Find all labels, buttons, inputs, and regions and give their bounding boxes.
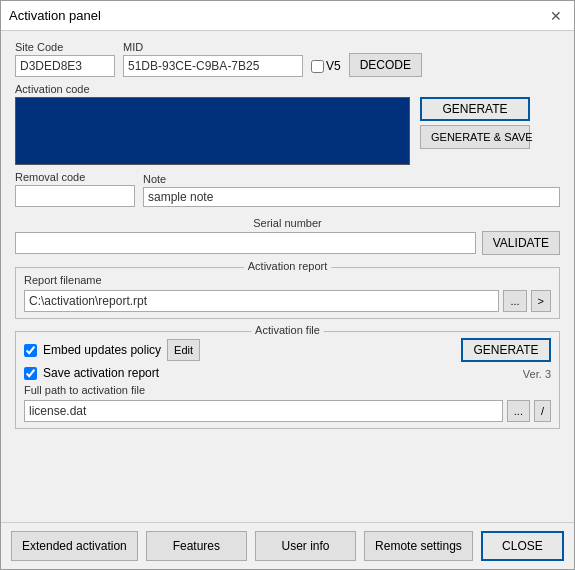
activation-report-title: Activation report	[244, 260, 331, 272]
validate-button[interactable]: VALIDATE	[482, 231, 560, 255]
window-title: Activation panel	[9, 8, 101, 23]
serial-number-section: Serial number VALIDATE	[15, 217, 560, 255]
generate-save-button[interactable]: GENERATE & SAVE	[420, 125, 530, 149]
site-code-label: Site Code	[15, 41, 115, 53]
activation-file-generate-button[interactable]: GENERATE	[461, 338, 551, 362]
removal-code-label: Removal code	[15, 171, 135, 183]
site-code-group: Site Code	[15, 41, 115, 77]
decode-button[interactable]: DECODE	[349, 53, 422, 77]
main-content: Site Code MID V5 DECODE Activation code …	[1, 31, 574, 522]
report-filename-input[interactable]	[24, 290, 499, 312]
remote-settings-button[interactable]: Remote settings	[364, 531, 473, 561]
generate-buttons-group: GENERATE GENERATE & SAVE	[420, 97, 530, 165]
footer-bar: Extended activation Features User info R…	[1, 522, 574, 569]
mid-input[interactable]	[123, 55, 303, 77]
full-path-label: Full path to activation file	[24, 384, 551, 396]
activation-panel-window: Activation panel ✕ Site Code MID V5 DECO…	[0, 0, 575, 570]
activation-report-section: Activation report Report filename ... >	[15, 267, 560, 319]
serial-number-input[interactable]	[15, 232, 476, 254]
v5-label: V5	[326, 59, 341, 73]
activation-code-row: GENERATE GENERATE & SAVE	[15, 97, 560, 165]
note-group: Note	[143, 173, 560, 207]
user-info-button[interactable]: User info	[255, 531, 356, 561]
close-button[interactable]: CLOSE	[481, 531, 564, 561]
generate-button[interactable]: GENERATE	[420, 97, 530, 121]
window-close-button[interactable]: ✕	[546, 9, 566, 23]
embed-updates-label: Embed updates policy	[43, 343, 161, 357]
activation-code-section: Activation code GENERATE GENERATE & SAVE	[15, 83, 560, 165]
note-label: Note	[143, 173, 560, 185]
extended-activation-button[interactable]: Extended activation	[11, 531, 138, 561]
activation-report-inner: Report filename ... >	[24, 274, 551, 312]
path-ellipsis-button[interactable]: ...	[507, 400, 530, 422]
removal-code-input[interactable]	[15, 185, 135, 207]
features-button[interactable]: Features	[146, 531, 247, 561]
embed-row: Embed updates policy Edit GENERATE	[24, 338, 551, 362]
edit-button[interactable]: Edit	[167, 339, 200, 361]
report-filename-row: ... >	[24, 290, 551, 312]
v5-checkbox[interactable]	[311, 60, 324, 73]
site-mid-row: Site Code MID V5 DECODE	[15, 41, 560, 77]
ver-label: Ver. 3	[523, 368, 551, 380]
save-report-row: Save activation report Ver. 3	[24, 366, 551, 380]
activation-code-label: Activation code	[15, 83, 560, 95]
site-code-input[interactable]	[15, 55, 115, 77]
mid-group: MID	[123, 41, 303, 77]
v5-checkbox-group: V5	[311, 55, 341, 77]
report-gt-button[interactable]: >	[531, 290, 551, 312]
title-bar: Activation panel ✕	[1, 1, 574, 31]
serial-number-row: VALIDATE	[15, 231, 560, 255]
full-path-row: ... /	[24, 400, 551, 422]
embed-checkbox-group: Embed updates policy Edit	[24, 339, 200, 361]
mid-label: MID	[123, 41, 303, 53]
activation-file-section: Activation file Embed updates policy Edi…	[15, 331, 560, 429]
save-activation-report-label: Save activation report	[43, 366, 159, 380]
note-input[interactable]	[143, 187, 560, 207]
save-report-checkbox-group: Save activation report	[24, 366, 159, 380]
activation-file-inner: Embed updates policy Edit GENERATE Save …	[24, 338, 551, 422]
activation-code-textarea[interactable]	[15, 97, 410, 165]
save-activation-report-checkbox[interactable]	[24, 367, 37, 380]
report-ellipsis-button[interactable]: ...	[503, 290, 526, 312]
path-slash-button[interactable]: /	[534, 400, 551, 422]
removal-note-row: Removal code Note	[15, 171, 560, 207]
embed-updates-checkbox[interactable]	[24, 344, 37, 357]
removal-code-group: Removal code	[15, 171, 135, 207]
report-filename-label: Report filename	[24, 274, 551, 286]
serial-number-label: Serial number	[15, 217, 560, 229]
activation-file-title: Activation file	[251, 324, 324, 336]
full-path-input[interactable]	[24, 400, 503, 422]
